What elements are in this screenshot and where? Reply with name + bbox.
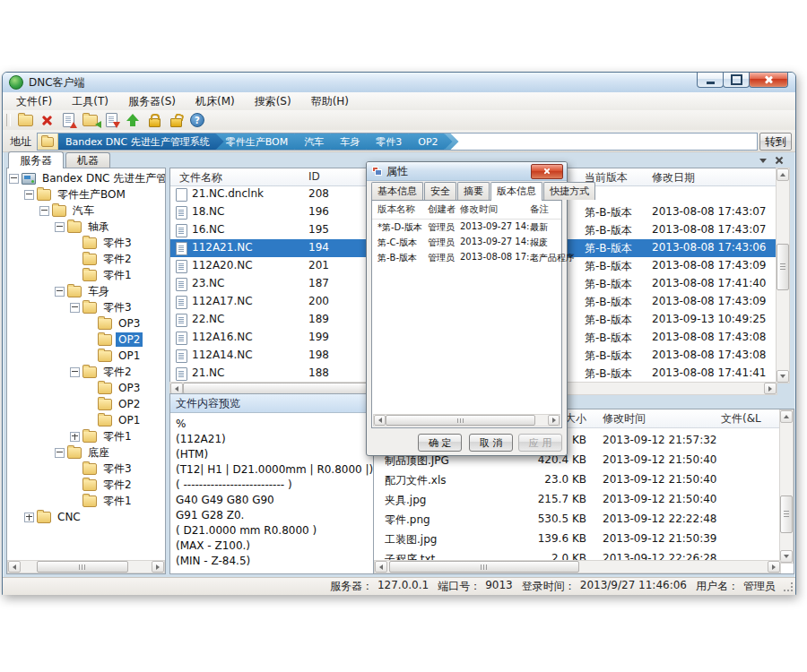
tree-item[interactable]: CNC (7, 509, 165, 525)
scroll-right-icon[interactable] (768, 561, 780, 573)
go-button[interactable]: 转到 (759, 133, 792, 151)
tree-item[interactable]: 零件1 (7, 267, 165, 283)
dialog-tab[interactable]: 快捷方式 (543, 182, 595, 200)
attachment-row[interactable]: 夹具.jpg 215.7 KB 2013-09-12 21:50:40 (374, 490, 781, 510)
tree-item[interactable]: 零件2 (7, 364, 165, 380)
panel-pin-icon[interactable] (758, 155, 768, 166)
attachments-vscrollbar[interactable] (779, 409, 794, 564)
tree-item[interactable]: 零件2 (7, 251, 165, 267)
column-header-id[interactable]: ID (308, 170, 320, 183)
delete-button[interactable] (36, 111, 57, 129)
scroll-left-icon[interactable] (374, 415, 386, 426)
tree-item[interactable]: 零件3 (7, 235, 165, 251)
maximize-button[interactable] (723, 73, 750, 88)
breadcrumb-segment[interactable]: 零件生产BOM (216, 134, 303, 150)
breadcrumb-segment[interactable]: Bandex DNC 先进生产管理系统 (58, 134, 224, 150)
menu-item[interactable]: 文件(F) (6, 92, 62, 111)
tree-item[interactable]: 车身 (7, 283, 165, 299)
scroll-thumb[interactable] (777, 244, 789, 290)
tab-server[interactable]: 服务器 (8, 151, 64, 168)
tree-item[interactable]: OP1 (7, 348, 165, 364)
file-list-vscrollbar[interactable] (776, 168, 790, 383)
scroll-down-icon[interactable] (780, 550, 793, 563)
upload-file-button[interactable] (57, 111, 79, 129)
tree-item[interactable]: 零件3 (7, 299, 165, 315)
attachments-hscrollbar[interactable] (374, 560, 781, 573)
dialog-tab[interactable]: 摘要 (457, 182, 490, 200)
scroll-left-icon[interactable] (8, 561, 21, 573)
expand-toggle-icon[interactable] (55, 287, 65, 297)
expand-toggle-icon[interactable] (24, 513, 34, 522)
expand-toggle-icon[interactable] (9, 174, 19, 184)
unlock-button[interactable] (165, 111, 187, 129)
scroll-up-icon[interactable] (777, 168, 789, 181)
expand-toggle-icon[interactable] (39, 206, 49, 216)
tree-item[interactable]: 底座 (7, 444, 165, 461)
column-header-date[interactable]: 修改日期 (652, 170, 695, 185)
tab-machine[interactable]: 机器 (65, 152, 110, 168)
new-folder-button[interactable] (14, 111, 36, 129)
scroll-up-icon[interactable] (780, 410, 793, 423)
dialog-tab[interactable]: 版本信息 (490, 182, 542, 201)
tree-item[interactable]: OP3 (7, 315, 165, 332)
help-button[interactable] (187, 111, 208, 129)
attachment-row[interactable]: 工装图.jpg 139.6 KB 2013-09-12 21:50:39 (374, 530, 781, 549)
tree-item[interactable]: OP2 (7, 332, 165, 348)
expand-toggle-icon[interactable] (55, 222, 65, 232)
scroll-thumb[interactable] (386, 415, 535, 426)
minimize-button[interactable] (697, 73, 724, 88)
panel-close-icon[interactable] (774, 155, 785, 166)
dialog-close-button[interactable] (531, 164, 563, 179)
tree-item[interactable]: 零件生产BOM (7, 186, 165, 202)
menu-item[interactable]: 工具(T) (62, 92, 118, 111)
dialog-title-bar[interactable]: 属性 (367, 162, 567, 181)
ok-button[interactable]: 确 定 (418, 434, 462, 452)
tree-item[interactable]: 轴承 (7, 219, 165, 235)
column-header-version-name[interactable]: 版本名称 (377, 203, 415, 216)
address-field[interactable]: Bandex DNC 先进生产管理系统零件生产BOM汽车车身零件3OP2 (37, 133, 758, 151)
tree-item[interactable]: 零件2 (7, 477, 165, 493)
column-header-file[interactable]: 文件(&L (721, 411, 777, 426)
tree-item[interactable]: OP2 (7, 396, 165, 412)
column-header-name[interactable]: 文件名称 (179, 170, 222, 185)
dialog-hscrollbar[interactable] (373, 414, 560, 426)
scroll-thumb[interactable] (780, 495, 793, 533)
tree-item[interactable]: 汽车 (7, 202, 165, 219)
version-row[interactable]: 第-C-版本 管理员 2013-09-27 14:... 报废 (372, 235, 561, 250)
scroll-down-icon[interactable] (777, 370, 789, 383)
attachment-row[interactable]: 配刀文件.xls 23.0 KB 2013-09-12 21:50:40 (374, 470, 781, 490)
tree-item[interactable]: 零件1 (7, 428, 165, 444)
expand-toggle-icon[interactable] (70, 303, 80, 313)
expand-toggle-icon[interactable] (70, 432, 80, 442)
scroll-thumb[interactable] (389, 561, 579, 573)
expand-toggle-icon[interactable] (24, 190, 34, 200)
resize-grip[interactable] (784, 582, 793, 591)
scroll-left-icon[interactable] (375, 561, 387, 573)
close-button[interactable] (749, 73, 788, 88)
scroll-right-icon[interactable] (764, 383, 777, 394)
dialog-tab[interactable]: 安全 (424, 182, 456, 200)
send-button[interactable] (122, 111, 143, 129)
column-header-modified-time[interactable]: 修改时间 (460, 203, 498, 216)
expand-toggle-icon[interactable] (70, 367, 80, 377)
tree-item[interactable]: 零件1 (7, 493, 165, 509)
dialog-tab[interactable]: 基本信息 (371, 182, 423, 200)
attachment-row[interactable]: 零件.png 530.5 KB 2013-09-12 22:22:48 (374, 510, 781, 530)
column-header-creator[interactable]: 创建者 (428, 203, 456, 216)
tree-item[interactable]: 零件3 (7, 461, 165, 477)
scroll-right-icon[interactable] (548, 415, 560, 426)
apply-button[interactable]: 应 用 (518, 434, 562, 452)
download-file-button[interactable] (100, 111, 122, 129)
receive-file-button[interactable] (79, 111, 100, 129)
scroll-thumb[interactable] (37, 561, 128, 573)
column-header-remark[interactable]: 备注 (530, 203, 549, 216)
tree-item[interactable]: OP1 (7, 412, 165, 428)
expand-toggle-icon[interactable] (55, 448, 65, 458)
menu-item[interactable]: 帮助(H) (301, 92, 359, 111)
menu-item[interactable]: 服务器(S) (118, 92, 186, 111)
version-row[interactable]: *第-D-版本 管理员 2013-09-27 14:... 最新 (372, 220, 561, 235)
lock-button[interactable] (143, 111, 165, 129)
menu-item[interactable]: 搜索(S) (245, 92, 301, 111)
tree-item[interactable]: Bandex DNC 先进生产管理系统 (7, 170, 165, 186)
cancel-button[interactable]: 取 消 (469, 434, 513, 452)
